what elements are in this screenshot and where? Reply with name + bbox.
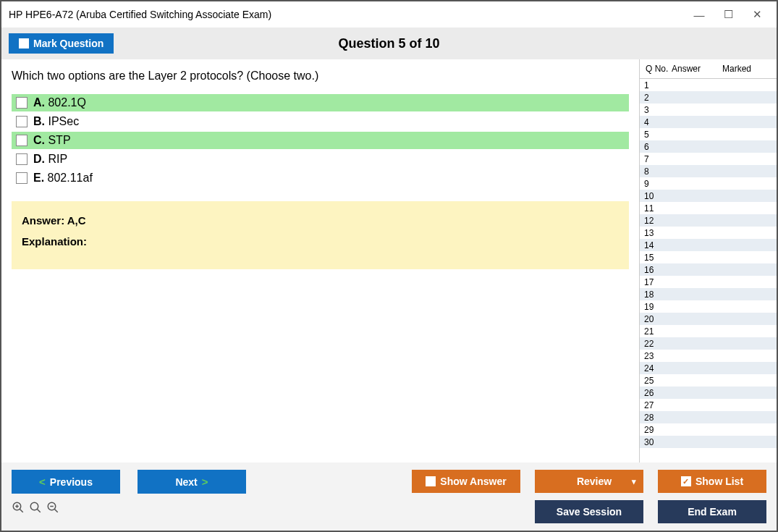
review-button[interactable]: Review ▾	[535, 470, 643, 493]
question-row[interactable]: 4	[640, 116, 777, 128]
answer-box: Answer: A,C Explanation:	[12, 201, 629, 269]
option-label: A. 802.1Q	[33, 96, 86, 109]
question-row[interactable]: 29	[640, 423, 777, 436]
zoom-in-icon[interactable]	[12, 501, 25, 514]
question-row[interactable]: 27	[640, 399, 777, 411]
option-a[interactable]: A. 802.1Q	[12, 94, 629, 111]
question-row[interactable]: 18	[640, 288, 777, 300]
row-qno: 8	[640, 166, 669, 177]
question-row[interactable]: 30	[640, 436, 777, 448]
checkbox-icon	[426, 476, 436, 486]
row-qno: 26	[640, 388, 669, 398]
show-list-button[interactable]: ✓ Show List	[658, 470, 766, 493]
row-qno: 11	[640, 203, 669, 214]
checkbox-icon	[16, 135, 28, 146]
answer-text: Answer: A,C	[22, 214, 619, 227]
question-row[interactable]: 20	[640, 313, 777, 325]
svg-point-4	[30, 502, 38, 510]
chevron-right-icon: >	[202, 476, 208, 488]
question-row[interactable]: 26	[640, 387, 777, 399]
question-row[interactable]: 12	[640, 214, 777, 227]
question-row[interactable]: 23	[640, 350, 777, 362]
question-area: Which two options are the Layer 2 protoc…	[1, 59, 639, 463]
row-qno: 12	[640, 216, 669, 226]
question-row[interactable]: 6	[640, 140, 777, 153]
previous-button[interactable]: < Previous	[12, 470, 120, 494]
question-row[interactable]: 17	[640, 276, 777, 288]
row-qno: 1	[640, 80, 669, 90]
save-session-button[interactable]: Save Session	[535, 500, 643, 523]
zoom-controls	[12, 501, 246, 514]
chevron-down-icon: ▾	[632, 477, 636, 486]
question-row[interactable]: 3	[640, 104, 777, 116]
checkbox-icon	[16, 172, 28, 184]
question-row[interactable]: 13	[640, 227, 777, 239]
next-label: Next	[175, 476, 197, 488]
row-qno: 7	[640, 154, 669, 164]
review-label: Review	[577, 476, 612, 487]
row-qno: 27	[640, 400, 669, 410]
question-row[interactable]: 19	[640, 300, 777, 313]
row-qno: 19	[640, 302, 669, 312]
row-qno: 2	[640, 93, 669, 103]
zoom-reset-icon[interactable]	[29, 501, 42, 514]
header-marked: Marked	[722, 64, 774, 74]
row-qno: 24	[640, 363, 669, 373]
question-list-body[interactable]: 1234567891011121314151617181920212223242…	[640, 79, 777, 463]
save-session-label: Save Session	[557, 506, 622, 518]
question-list-header: Q No. Answer Marked	[640, 59, 777, 79]
question-text: Which two options are the Layer 2 protoc…	[12, 69, 629, 83]
end-exam-button[interactable]: End Exam	[658, 500, 766, 523]
row-qno: 28	[640, 413, 669, 423]
question-row[interactable]: 21	[640, 325, 777, 337]
question-row[interactable]: 28	[640, 411, 777, 423]
question-row[interactable]: 5	[640, 128, 777, 140]
question-row[interactable]: 11	[640, 202, 777, 214]
option-label: B. IPSec	[33, 115, 79, 128]
question-row[interactable]: 2	[640, 91, 777, 104]
question-row[interactable]: 7	[640, 153, 777, 165]
checkbox-icon	[16, 153, 28, 165]
question-row[interactable]: 16	[640, 263, 777, 276]
close-button[interactable]: ✕	[745, 6, 769, 23]
question-row[interactable]: 24	[640, 362, 777, 374]
option-c[interactable]: C. STP	[12, 132, 629, 149]
title-bar: HP HPE6-A72 (Aruba Certified Switching A…	[1, 1, 777, 28]
show-answer-button[interactable]: Show Answer	[412, 470, 520, 493]
question-row[interactable]: 25	[640, 374, 777, 387]
maximize-button[interactable]: ☐	[716, 6, 740, 23]
checkbox-checked-icon: ✓	[681, 476, 691, 486]
question-row[interactable]: 14	[640, 239, 777, 251]
mark-question-button[interactable]: Mark Question	[9, 33, 114, 54]
option-label: E. 802.11af	[33, 172, 93, 185]
row-qno: 16	[640, 265, 669, 275]
mark-question-label: Mark Question	[33, 38, 103, 49]
option-e[interactable]: E. 802.11af	[12, 169, 629, 187]
end-exam-label: End Exam	[688, 506, 737, 518]
previous-label: Previous	[50, 476, 93, 488]
row-qno: 10	[640, 191, 669, 201]
option-d[interactable]: D. RIP	[12, 151, 629, 168]
row-qno: 25	[640, 376, 669, 386]
question-row[interactable]: 9	[640, 177, 777, 190]
question-row[interactable]: 1	[640, 79, 777, 91]
row-qno: 21	[640, 326, 669, 337]
row-qno: 9	[640, 179, 669, 189]
question-row[interactable]: 22	[640, 337, 777, 350]
zoom-out-icon[interactable]	[46, 501, 59, 514]
question-row[interactable]: 15	[640, 251, 777, 263]
question-row[interactable]: 8	[640, 165, 777, 177]
next-button[interactable]: Next >	[138, 470, 246, 494]
row-qno: 13	[640, 228, 669, 238]
row-qno: 15	[640, 253, 669, 263]
row-qno: 3	[640, 105, 669, 115]
show-answer-label: Show Answer	[440, 476, 506, 487]
option-b[interactable]: B. IPSec	[12, 113, 629, 130]
question-counter: Question 5 of 10	[1, 36, 777, 51]
checkbox-icon	[16, 97, 28, 109]
header-answer: Answer	[672, 64, 722, 74]
row-qno: 20	[640, 314, 669, 324]
minimize-button[interactable]: —	[687, 6, 711, 23]
question-row[interactable]: 10	[640, 190, 777, 202]
footer: < Previous Next > Show Answer	[1, 463, 777, 531]
